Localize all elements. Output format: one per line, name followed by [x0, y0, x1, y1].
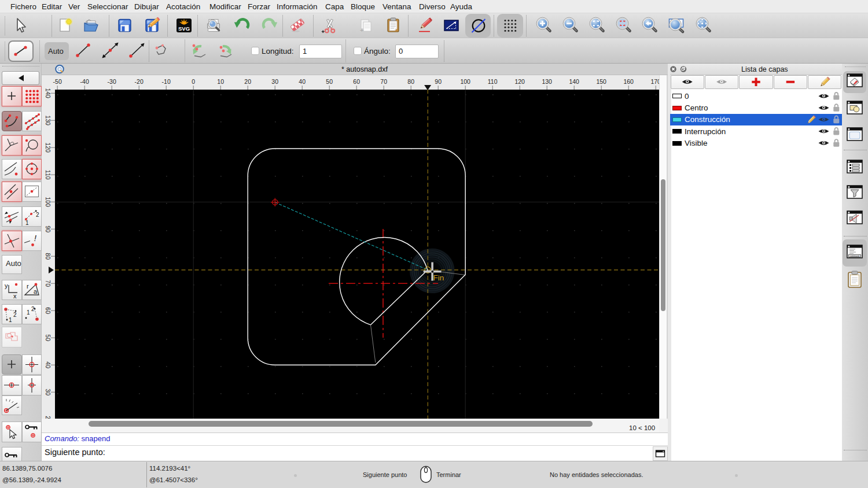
svg-text:command: command: [850, 255, 859, 257]
